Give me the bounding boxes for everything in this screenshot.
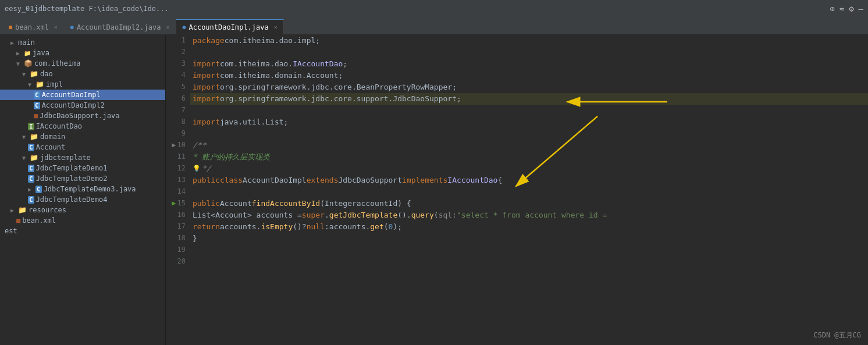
sidebar-item-est[interactable]: est (0, 226, 165, 236)
sidebar-item-iaccount-dao[interactable]: I IAccountDao (0, 121, 165, 131)
sidebar-item-dao[interactable]: ▼ 📁 dao (0, 69, 165, 79)
settings-icon[interactable]: ⚙ (849, 4, 853, 13)
demo4-label: JdbcTemplateDemo4 (36, 195, 108, 204)
sidebar[interactable]: ▶ main ▶ 📁 java ▼ 📦 com.itheima ▼ 📁 dao … (0, 35, 166, 345)
code-content[interactable]: package com.itheima.dao.impl; import com… (190, 35, 868, 345)
sidebar-item-account-dao-impl2[interactable]: C AccountDaoImpl2 (0, 100, 165, 111)
resources-label: resources (29, 206, 66, 214)
sidebar-item-account[interactable]: C Account (0, 142, 165, 152)
jdbctemplate-icon: 📁 (30, 154, 38, 162)
arrow-dao: ▼ (22, 71, 28, 77)
arrow-main: ▶ (10, 40, 16, 46)
code-line-1: package com.itheima.dao.impl; (190, 35, 868, 47)
code-line-4: import com.itheima.domain.Account; (190, 70, 868, 81)
code-line-6: import org.springframework.jdbc.core.sup… (190, 93, 868, 105)
tab-bean-xml[interactable]: ■ bean.xml ✕ (2, 19, 64, 34)
close-icon[interactable]: — (859, 4, 863, 13)
circle-icon[interactable]: ⊕ (830, 4, 834, 13)
code-line-14 (190, 186, 868, 198)
account-dao-impl-icon: C (34, 91, 40, 99)
code-line-20 (190, 256, 868, 268)
code-line-19 (190, 244, 868, 256)
code-line-17: return accounts.isEmpty()? null:accounts… (190, 221, 868, 233)
demo4-icon: C (28, 196, 34, 204)
code-line-18: } (190, 233, 868, 244)
tab-account-dao-impl2[interactable]: ● AccountDaoImpl2.java ✕ (64, 19, 176, 34)
com-label: com.itheima (34, 59, 80, 67)
arrow-com: ▼ (16, 61, 22, 67)
main-label: main (18, 38, 35, 47)
domain-label: domain (40, 133, 65, 141)
code-line-9 (190, 128, 868, 140)
sidebar-item-resources[interactable]: ▶ 📁 resources (0, 205, 165, 215)
resources-icon: 📁 (18, 206, 27, 214)
code-line-5: import org.springframework.jdbc.core.Bea… (190, 81, 868, 93)
account-dao-impl2-label: AccountDaoImpl2 (42, 101, 105, 109)
code-editor: 1 2 3 4 5 6 7 8 9 ▶10 11 12 13 14 ▶15 16… (166, 35, 868, 345)
code-line-12: 💡 */ (190, 163, 868, 175)
tab-label-bean-xml: bean.xml (15, 23, 49, 31)
sidebar-item-demo2[interactable]: C JdbcTemplateDemo2 (0, 173, 165, 184)
java-icon: 📁 (24, 50, 31, 56)
arrow-resources: ▶ (10, 207, 16, 214)
tab-icon-impl: ● (182, 24, 186, 30)
sidebar-item-jdbc-dao-support[interactable]: ■ JdbcDaoSupport.java (0, 111, 165, 121)
impl-label: impl (46, 80, 63, 88)
demo3-label: JdbcTemplateDemo3.java (44, 185, 136, 193)
bean-xml-icon: ■ (16, 216, 20, 225)
line-numbers: 1 2 3 4 5 6 7 8 9 ▶10 11 12 13 14 ▶15 16… (166, 35, 190, 345)
dao-icon: 📁 (30, 70, 38, 78)
sidebar-item-account-dao-impl[interactable]: C AccountDaoImpl (0, 90, 165, 100)
title-icons: ⊕ ≂ ⚙ — (830, 4, 863, 13)
account-label: Account (36, 143, 66, 151)
title-project: eesy_01jdbctemplate F:\idea_code\Ide... (5, 5, 169, 13)
iaccount-icon: I (28, 123, 34, 130)
demo1-label: JdbcTemplateDemo1 (36, 164, 108, 172)
arrow-impl: ▼ (28, 81, 34, 88)
impl-icon: 📁 (35, 80, 44, 88)
sidebar-item-impl[interactable]: ▼ 📁 impl (0, 79, 165, 90)
demo3-icon: C (35, 186, 42, 193)
dao-label: dao (40, 70, 53, 78)
demo2-label: JdbcTemplateDemo2 (36, 175, 108, 183)
minimize-icon[interactable]: ≂ (839, 4, 844, 13)
sidebar-item-demo4[interactable]: C JdbcTemplateDemo4 (0, 194, 165, 205)
account-dao-impl-label: AccountDaoImpl (42, 91, 101, 99)
sidebar-item-domain[interactable]: ▼ 📁 domain (0, 131, 165, 142)
main-layout: ▶ main ▶ 📁 java ▼ 📦 com.itheima ▼ 📁 dao … (0, 35, 868, 345)
domain-icon: 📁 (30, 133, 38, 141)
code-line-16: List<Account> accounts = super.getJdbcTe… (190, 209, 868, 221)
com-icon: 📦 (24, 59, 33, 67)
java-label: java (33, 49, 49, 57)
arrow-jdbctemplate: ▼ (22, 155, 28, 161)
jdbc-icon: ■ (34, 112, 38, 120)
account-dao-impl2-icon: C (34, 102, 40, 109)
arrow-demo3: ▶ (28, 186, 34, 193)
sidebar-item-bean-xml[interactable]: ■ bean.xml (0, 215, 165, 226)
tab-close-bean-xml[interactable]: ✕ (54, 24, 58, 30)
jdbctemplate-label: jdbctemplate (40, 154, 91, 162)
tab-icon-impl2: ● (70, 24, 74, 30)
sidebar-item-demo1[interactable]: C JdbcTemplateDemo1 (0, 163, 165, 173)
tab-close-impl2[interactable]: ✕ (166, 24, 169, 30)
tab-label-impl: AccountDaoImpl.java (188, 23, 268, 31)
sidebar-item-main[interactable]: ▶ main (0, 37, 165, 48)
arrow-domain: ▼ (22, 134, 28, 140)
jdbc-label: JdbcDaoSupport.java (40, 112, 119, 120)
sidebar-item-com-itheima[interactable]: ▼ 📦 com.itheima (0, 58, 165, 69)
bean-xml-label: bean.xml (22, 216, 56, 225)
code-line-7 (190, 105, 868, 116)
arrow-java: ▶ (16, 50, 22, 56)
tabs-bar: ■ bean.xml ✕ ● AccountDaoImpl2.java ✕ ● … (0, 17, 868, 35)
sidebar-item-demo3[interactable]: ▶ C JdbcTemplateDemo3.java (0, 184, 165, 194)
code-line-15: public Account findAccountById(Integer a… (190, 198, 868, 209)
code-line-13: public class AccountDaoImpl extends Jdbc… (190, 175, 868, 186)
tab-icon-xml: ■ (9, 24, 12, 30)
demo2-icon: C (28, 175, 34, 183)
code-line-11: * 账户的持久层实现类 (190, 151, 868, 163)
tab-account-dao-impl[interactable]: ● AccountDaoImpl.java ✕ (176, 19, 283, 34)
sidebar-item-jdbctemplate[interactable]: ▼ 📁 jdbctemplate (0, 152, 165, 163)
tab-close-impl[interactable]: ✕ (274, 24, 278, 30)
code-line-3: import com.itheima.dao.IAccountDao; (190, 58, 868, 70)
sidebar-item-java[interactable]: ▶ 📁 java (0, 48, 165, 58)
